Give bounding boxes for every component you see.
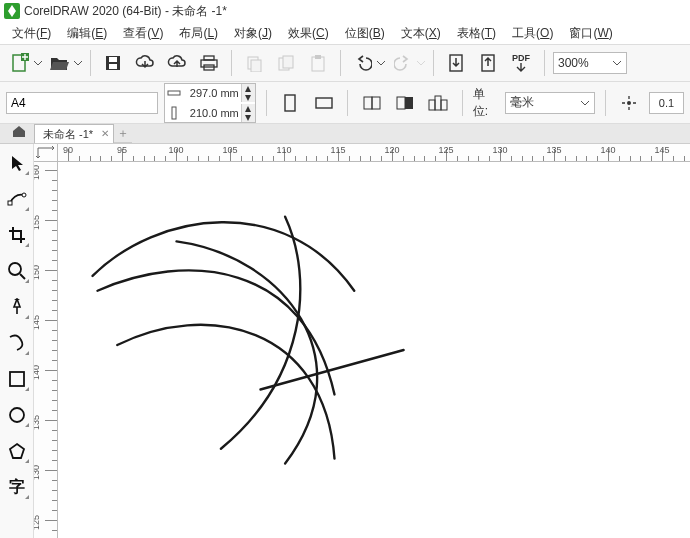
ruler-h-label: 100 [168,145,183,155]
svg-rect-10 [251,60,261,72]
window-title: CorelDRAW 2020 (64-Bit) - 未命名 -1* [24,3,227,20]
ruler-h-label: 90 [63,145,73,155]
nudge-distance-input[interactable]: 0.1 [649,92,684,114]
paste-button[interactable] [304,49,332,77]
svg-rect-12 [283,56,293,68]
ruler-h-label: 135 [546,145,561,155]
drawing-canvas[interactable] [58,162,690,538]
orientation-portrait-button[interactable] [277,89,304,117]
page-height-input[interactable]: 210.0 mm [183,107,241,119]
redo-dropdown[interactable] [417,59,425,67]
new-dropdown[interactable] [34,59,42,67]
svg-rect-14 [315,55,321,59]
freehand-tool[interactable] [4,294,30,320]
svg-rect-29 [8,201,12,205]
undo-button[interactable] [349,49,377,77]
zoom-tool[interactable] [4,258,30,284]
units-select[interactable]: 毫米 [505,92,595,114]
svg-rect-20 [316,98,332,108]
undo-dropdown[interactable] [377,59,385,67]
height-icon [165,106,183,120]
svg-rect-26 [435,96,441,110]
ruler-h-label: 115 [330,145,345,155]
export-button[interactable] [474,49,502,77]
menu-view[interactable]: 查看(V) [119,23,167,44]
zoom-level[interactable]: 300% [553,52,627,74]
vertical-ruler[interactable]: 160155150145140135130125 [34,162,58,538]
standard-toolbar: PDF 300% [0,44,690,82]
svg-rect-5 [109,64,117,69]
svg-text:字: 字 [9,477,25,495]
ruler-v-label: 145 [34,315,41,330]
ruler-origin[interactable] [34,144,58,162]
app-logo-icon [4,3,20,19]
menu-window[interactable]: 窗口(W) [565,23,616,44]
publish-pdf-button[interactable]: PDF [506,49,536,77]
svg-point-31 [9,263,21,275]
cloud-download-button[interactable] [131,49,159,77]
height-spinner[interactable]: ▴▾ [241,104,255,122]
pick-tool[interactable] [4,150,30,176]
work-area: 字 9095100105110115120125130135140145 160… [0,144,690,538]
orientation-landscape-button[interactable] [310,89,337,117]
rectangle-tool[interactable] [4,366,30,392]
shape-tool[interactable] [4,186,30,212]
close-tab-icon[interactable]: ✕ [101,128,109,139]
open-dropdown[interactable] [74,59,82,67]
units-label: 单位: [473,86,500,120]
ruler-v-label: 155 [34,215,41,230]
ruler-v-label: 135 [34,415,41,430]
page-dimensions: 297.0 mm ▴▾ 210.0 mm ▴▾ [164,83,256,123]
page-width-input[interactable]: 297.0 mm [183,87,241,99]
width-spinner[interactable]: ▴▾ [241,84,255,102]
svg-rect-22 [372,97,380,109]
menubar: 文件(F) 编辑(E) 查看(V) 布局(L) 对象(J) 效果(C) 位图(B… [0,22,690,44]
horizontal-ruler[interactable]: 9095100105110115120125130135140145 [58,144,690,162]
cut-button[interactable] [240,49,268,77]
copy-button[interactable] [272,49,300,77]
import-button[interactable] [442,49,470,77]
polygon-tool[interactable] [4,438,30,464]
open-button[interactable] [46,49,74,77]
menu-bitmap[interactable]: 位图(B) [341,23,389,44]
ruler-v-label: 160 [34,165,41,180]
ruler-h-label: 140 [600,145,615,155]
document-tab[interactable]: 未命名 -1* ✕ [34,124,114,143]
crop-tool[interactable] [4,222,30,248]
page-size-select[interactable]: A4 [6,92,158,114]
welcome-tab[interactable] [8,124,30,138]
menu-tools[interactable]: 工具(O) [508,23,557,44]
menu-file[interactable]: 文件(F) [8,23,55,44]
ruler-v-label: 125 [34,515,41,530]
add-tab-button[interactable]: ＋ [114,124,132,143]
all-pages-button[interactable] [358,89,385,117]
menu-layout[interactable]: 布局(L) [175,23,222,44]
menu-text[interactable]: 文本(X) [397,23,445,44]
menu-edit[interactable]: 编辑(E) [63,23,111,44]
pdf-label: PDF [512,54,530,63]
chevron-down-icon [612,58,622,68]
artistic-media-tool[interactable] [4,330,30,356]
svg-rect-18 [172,107,176,119]
svg-point-33 [10,408,24,422]
new-button[interactable] [6,49,34,77]
redo-button[interactable] [389,49,417,77]
save-button[interactable] [99,49,127,77]
ruler-h-label: 120 [384,145,399,155]
cloud-upload-button[interactable] [163,49,191,77]
ruler-h-label: 125 [438,145,453,155]
svg-rect-13 [312,57,324,71]
ruler-h-label: 130 [492,145,507,155]
facing-pages-button[interactable] [424,89,451,117]
zoom-value: 300% [558,56,589,70]
ruler-h-label: 95 [117,145,127,155]
ruler-v-label: 150 [34,265,41,280]
menu-table[interactable]: 表格(T) [453,23,500,44]
print-button[interactable] [195,49,223,77]
tab-label: 未命名 -1* [43,128,93,140]
current-page-button[interactable] [391,89,418,117]
ellipse-tool[interactable] [4,402,30,428]
menu-object[interactable]: 对象(J) [230,23,276,44]
text-tool[interactable]: 字 [4,474,30,500]
menu-effects[interactable]: 效果(C) [284,23,333,44]
